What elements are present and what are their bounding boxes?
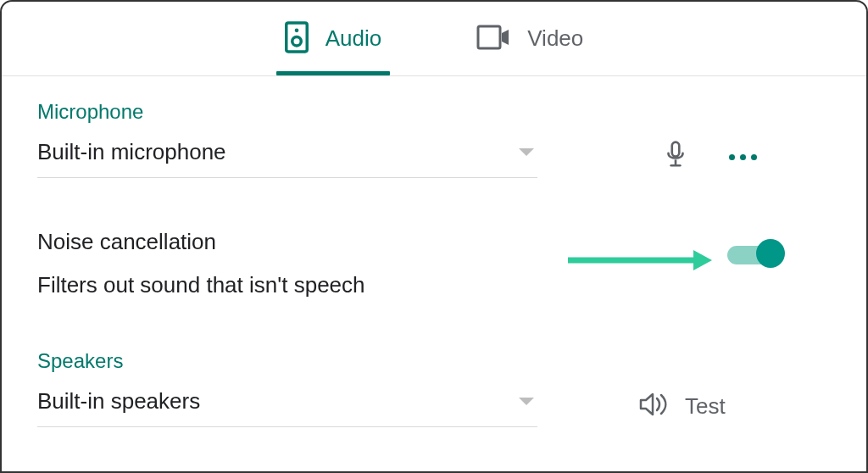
- noise-cancellation-description: Filters out sound that isn't speech: [37, 272, 365, 298]
- tab-bar: Audio Video: [2, 2, 866, 76]
- microphone-selected-value: Built-in microphone: [37, 139, 226, 165]
- microphone-select[interactable]: Built-in microphone: [37, 136, 537, 178]
- chevron-down-icon: [519, 148, 534, 156]
- volume-icon[interactable]: [639, 392, 668, 420]
- more-dots-icon[interactable]: [729, 154, 757, 160]
- speakers-selected-value: Built-in speakers: [37, 388, 200, 415]
- speaker-box-icon: [285, 21, 309, 57]
- tab-video-label: Video: [527, 25, 583, 52]
- svg-point-1: [294, 28, 298, 32]
- microphone-row: Built-in microphone: [37, 136, 831, 178]
- microphone-title: Microphone: [37, 100, 831, 124]
- tab-audio-label: Audio: [326, 25, 382, 52]
- noise-cancellation-toggle[interactable]: [727, 242, 780, 265]
- speakers-title: Speakers: [37, 349, 831, 373]
- settings-panel: Audio Video Microphone Built-in micropho…: [0, 0, 868, 473]
- chevron-down-icon: [519, 398, 534, 405]
- speakers-select[interactable]: Built-in speakers: [37, 385, 537, 427]
- svg-marker-8: [693, 250, 712, 270]
- test-speakers-button[interactable]: Test: [685, 393, 726, 420]
- svg-point-2: [292, 36, 301, 46]
- svg-rect-4: [672, 142, 680, 157]
- microphone-section: Microphone Built-in microphone: [37, 100, 831, 178]
- speakers-section: Speakers Built-in speakers: [37, 349, 831, 427]
- speakers-row: Built-in speakers Test: [37, 385, 831, 427]
- microphone-icon[interactable]: [665, 141, 687, 173]
- tab-indicator: [276, 71, 391, 75]
- tab-audio[interactable]: Audio: [280, 2, 387, 75]
- noise-cancellation-row: Noise cancellation Filters out sound tha…: [37, 229, 831, 298]
- noise-cancellation-title: Noise cancellation: [37, 229, 365, 255]
- arrow-annotation: [568, 248, 712, 273]
- video-camera-icon: [476, 25, 510, 53]
- svg-rect-3: [478, 26, 500, 48]
- tab-video[interactable]: Video: [471, 2, 588, 75]
- audio-settings: Microphone Built-in microphone: [2, 76, 866, 427]
